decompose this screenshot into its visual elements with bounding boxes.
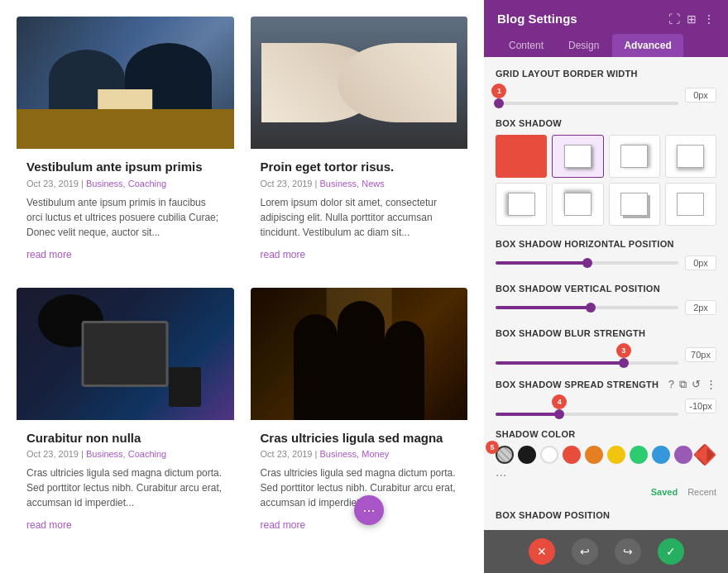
card-4-body: Cras ultricies ligula sed magna Oct 23, … — [251, 420, 468, 542]
shadow-spread-value: -10px — [685, 399, 716, 413]
color-swatches: 5 — [496, 446, 716, 464]
swatch-pencil[interactable] — [693, 443, 716, 466]
shadow-option-bottom[interactable] — [665, 135, 716, 178]
spread-help-icon[interactable]: ? — [668, 378, 674, 390]
blog-card-1: Vestibulum ante ipsum primis Oct 23, 201… — [17, 17, 234, 271]
grid-border-value: 0px — [685, 88, 716, 103]
swatch-black[interactable] — [518, 446, 536, 464]
badge-4: 4 — [552, 394, 567, 409]
card-2-body: Proin eget tortor risus. Oct 23, 2019 | … — [251, 149, 468, 271]
card-3-read-more[interactable]: read more — [26, 519, 72, 531]
swatch-red[interactable] — [563, 446, 581, 464]
settings-footer: ✕ ↩ ↪ ✓ — [484, 530, 728, 573]
shadow-color-group: Shadow Color 5 ··· S — [496, 429, 716, 497]
shadow-color-label: Shadow Color — [496, 429, 716, 439]
fullscreen-icon[interactable]: ⛶ — [668, 12, 680, 26]
card-4-title: Cras ultricies ligula sed magna — [261, 430, 458, 446]
card-1-read-more[interactable]: read more — [26, 249, 72, 260]
shadow-spread-slider[interactable]: 4 — [496, 413, 678, 416]
shadow-vertical-slider-row: 2px — [496, 300, 716, 315]
saved-recent-row: Saved Recent — [496, 487, 716, 497]
grid-border-track — [496, 102, 678, 105]
undo-button[interactable]: ↩ — [572, 538, 598, 565]
shadow-blur-group: Box Shadow Blur Strength 3 70px — [496, 328, 716, 365]
shadow-option-top[interactable] — [552, 183, 603, 226]
box-shadow-position-group: Box Shadow Position — [496, 510, 716, 520]
settings-header: Blog Settings ⛶ ⊞ ⋮ Content Design Advan… — [484, 0, 728, 57]
shadow-left-preview — [508, 193, 535, 215]
redo-button[interactable]: ↪ — [615, 538, 641, 565]
shadow-horizontal-slider[interactable] — [496, 261, 678, 265]
shadow-blur-thumb[interactable] — [619, 358, 629, 368]
blog-card-2: Proin eget tortor risus. Oct 23, 2019 | … — [251, 17, 468, 271]
shadow-option-arrow[interactable] — [496, 135, 547, 178]
settings-tabs: Content Design Advanced — [497, 34, 715, 57]
box-shadow-group: Box Shadow — [496, 118, 716, 226]
card-3-excerpt: Cras ultricies ligula sed magna dictum p… — [26, 466, 224, 510]
grid-border-slider[interactable]: 1 — [496, 102, 678, 105]
card-2-title: Proin eget tortor risus. — [261, 159, 458, 175]
swatch-white[interactable] — [540, 446, 558, 464]
shadow-bottom-preview — [677, 145, 704, 167]
cancel-button[interactable]: ✕ — [529, 538, 555, 565]
card-2-read-more[interactable]: read more — [261, 249, 306, 260]
more-colors-button[interactable]: ··· — [496, 469, 506, 482]
spread-icons: ? ⧉ ↺ ⋮ — [668, 378, 716, 391]
shadow-horizontal-label: Box Shadow Horizontal Position — [496, 239, 716, 249]
tab-advanced[interactable]: Advanced — [612, 34, 682, 57]
card-1-title: Vestibulum ante ipsum primis — [26, 159, 224, 175]
shadow-option-none[interactable] — [665, 183, 716, 226]
spread-reset-icon[interactable]: ↺ — [692, 378, 701, 390]
shadow-horizontal-slider-row: 0px — [496, 255, 716, 270]
shadow-vertical-label: Box Shadow Vertical Position — [496, 284, 716, 294]
shadow-spread-thumb[interactable] — [554, 409, 564, 419]
grid-border-thumb[interactable] — [494, 98, 504, 108]
card-4-categories: Business, Money — [319, 449, 389, 459]
card-4-read-more[interactable]: read more — [261, 519, 306, 531]
layout-icon[interactable]: ⊞ — [687, 12, 697, 26]
card-4-image — [251, 288, 468, 420]
card-3-categories: Business, Coaching — [86, 449, 166, 459]
badge-5: 5 — [486, 441, 499, 454]
shadow-option-all[interactable] — [552, 135, 603, 178]
blog-grid: Vestibulum ante ipsum primis Oct 23, 201… — [0, 0, 484, 573]
swatch-texture-wrapper: 5 — [496, 446, 514, 464]
card-2-excerpt: Lorem ipsum dolor sit amet, consectetur … — [261, 195, 458, 240]
saved-button[interactable]: Saved — [651, 487, 678, 497]
tab-content[interactable]: Content — [497, 34, 555, 57]
shadow-none-preview — [677, 193, 704, 215]
card-3-image — [17, 288, 234, 420]
badge-3: 3 — [616, 343, 631, 358]
card-3-title: Curabitur non nulla — [26, 430, 224, 446]
shadow-vertical-slider[interactable] — [496, 306, 678, 309]
card-3-meta: Oct 23, 2019 | Business, Coaching — [26, 449, 224, 459]
shadow-option-right[interactable] — [609, 135, 660, 178]
fab-button[interactable]: ··· — [354, 495, 384, 525]
swatch-yellow[interactable] — [607, 446, 625, 464]
shadow-blur-slider[interactable]: 3 — [496, 361, 678, 365]
spread-link-icon[interactable]: ⧉ — [679, 378, 687, 391]
grid-border-slider-row: 1 0px — [496, 85, 716, 105]
shadow-spread-label: Box Shadow Spread Strength — [496, 380, 659, 389]
shadow-style-grid — [496, 135, 716, 226]
shadow-option-left[interactable] — [496, 183, 547, 226]
tab-design[interactable]: Design — [557, 34, 611, 57]
spread-more-icon[interactable]: ⋮ — [706, 378, 716, 390]
more-options-icon[interactable]: ⋮ — [703, 12, 715, 26]
shadow-blur-slider-row: 3 70px — [496, 345, 716, 365]
shadow-vertical-thumb[interactable] — [586, 303, 596, 313]
swatch-purple[interactable] — [674, 446, 692, 464]
box-shadow-label: Box Shadow — [496, 118, 716, 128]
card-4-meta: Oct 23, 2019 | Business, Money — [261, 449, 458, 459]
shadow-horizontal-thumb[interactable] — [582, 258, 592, 268]
recent-button[interactable]: Recent — [687, 487, 716, 497]
shadow-horizontal-value: 0px — [685, 255, 716, 270]
card-2-categories: Business, News — [319, 179, 384, 189]
shadow-right-preview — [620, 145, 648, 167]
confirm-button[interactable]: ✓ — [658, 538, 684, 565]
shadow-option-corner[interactable] — [609, 183, 660, 226]
swatch-orange[interactable] — [585, 446, 603, 464]
shadow-blur-label: Box Shadow Blur Strength — [496, 328, 716, 338]
swatch-blue[interactable] — [652, 446, 670, 464]
swatch-green[interactable] — [630, 446, 648, 464]
